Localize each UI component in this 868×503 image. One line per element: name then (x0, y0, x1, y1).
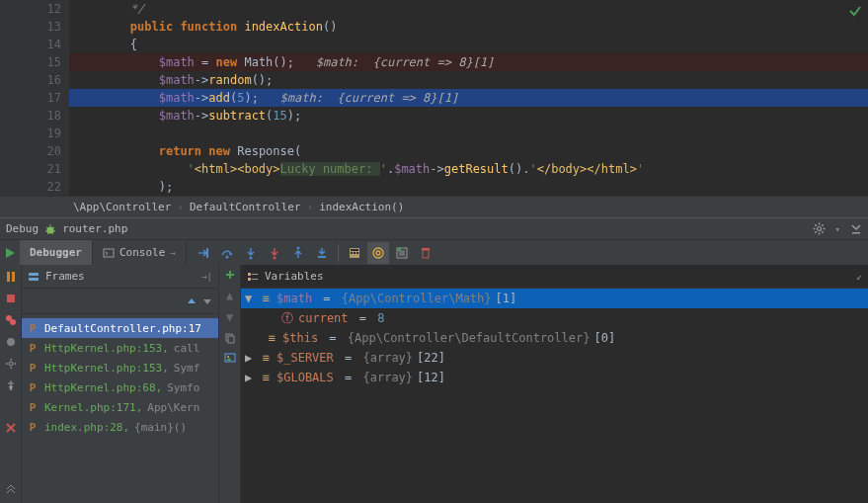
code-area[interactable]: */ public function indexAction() { $math… (69, 0, 868, 196)
frame-row[interactable]: PKernel.php:171, App\Kern (22, 397, 218, 417)
breadcrumb-item[interactable]: DefaultController (190, 201, 301, 213)
left-action-strip (0, 265, 22, 503)
current-execution-line: $math->add(5); $math: {current => 8}[1] (69, 89, 868, 107)
line-number[interactable]: 12 (0, 0, 61, 18)
arrow-down-icon[interactable]: ▼ (226, 310, 233, 324)
line-number[interactable]: 19 (0, 125, 61, 142)
expand-arrow-icon[interactable]: ▼ (245, 292, 255, 305)
settings-icon[interactable] (3, 356, 19, 372)
svg-rect-13 (354, 252, 355, 254)
arrow-up-icon[interactable]: ▲ (226, 289, 233, 302)
object-icon: ≡ (259, 292, 273, 305)
line-number[interactable]: 14 (0, 36, 61, 53)
line-number[interactable]: 15 (0, 53, 61, 71)
line-number[interactable]: 13 (0, 18, 61, 36)
svg-rect-3 (104, 249, 114, 257)
trash-icon[interactable] (415, 242, 436, 264)
svg-point-5 (225, 255, 228, 258)
expand-arrow-icon[interactable]: ▶ (245, 371, 255, 384)
pin-icon[interactable] (3, 377, 19, 393)
gutter: 12 13 14 15 16 17 18 19 20 21 22 (0, 0, 69, 196)
expand-icon[interactable] (3, 481, 19, 497)
breadcrumb-item[interactable]: indexAction() (319, 201, 404, 213)
svg-rect-34 (248, 278, 251, 281)
bug-icon (44, 223, 56, 235)
object-icon: ≡ (259, 371, 273, 384)
console-icon (103, 247, 115, 259)
run-to-cursor-icon[interactable] (311, 242, 333, 264)
variables-panel: Variables ↙ ▼ ≡ $math = {App\Controller\… (241, 265, 868, 503)
line-number[interactable]: 16 (0, 71, 61, 89)
line-number[interactable]: 20 (0, 142, 61, 160)
chevron-right-icon: › (177, 201, 184, 213)
step-over-icon[interactable] (216, 242, 238, 264)
frame-row[interactable]: PHttpKernel.php:153, Symf (22, 358, 218, 377)
variable-row[interactable]: ⓕ current = 8 (241, 308, 868, 328)
list-icon[interactable] (391, 242, 413, 264)
svg-rect-22 (7, 294, 15, 302)
minimize-icon[interactable] (850, 223, 862, 235)
frame-row[interactable]: Pindex.php:28, {main}() (22, 417, 218, 437)
php-file-icon: P (26, 421, 39, 434)
at-icon[interactable] (367, 242, 389, 264)
debug-target: router.php (62, 222, 127, 235)
evaluate-icon[interactable] (344, 242, 365, 264)
line-number[interactable]: 17 (0, 89, 61, 107)
debug-tool-window-header: Debug router.php ▾ (0, 217, 868, 239)
pause-icon[interactable] (3, 269, 19, 285)
close-icon[interactable] (3, 420, 19, 436)
php-file-icon: P (26, 362, 39, 375)
restore-icon[interactable]: ↙ (856, 271, 862, 282)
line-number[interactable]: 22 (0, 178, 61, 196)
svg-point-24 (10, 319, 16, 325)
frame-row[interactable]: PHttpKernel.php:153, call (22, 338, 218, 358)
svg-rect-27 (29, 273, 39, 276)
hide-icon[interactable]: →| (201, 272, 212, 282)
tab-label: Console (119, 246, 165, 259)
svg-rect-20 (7, 272, 10, 282)
expand-arrow-icon[interactable]: ▶ (245, 351, 255, 365)
breadcrumb-item[interactable]: \App\Controller (73, 201, 171, 213)
variable-row[interactable]: ≡ $this = {App\Controller\DefaultControl… (241, 328, 868, 348)
tab-debugger[interactable]: Debugger (20, 240, 93, 265)
svg-rect-28 (29, 278, 39, 281)
line-number[interactable]: 18 (0, 107, 61, 125)
svg-rect-2 (852, 232, 860, 234)
variable-row[interactable]: ▶ ≡ $GLOBALS = {array} [12] (241, 368, 868, 387)
frame-row[interactable]: PDefaultController.php:17 (22, 318, 218, 338)
arrow-down-icon[interactable] (202, 296, 212, 306)
variable-row[interactable]: ▶ ≡ $_SERVER = {array} [22] (241, 348, 868, 368)
svg-rect-9 (318, 256, 326, 258)
debug-title: Debug (6, 222, 39, 235)
view-breakpoints-icon[interactable] (3, 312, 19, 328)
svg-point-6 (249, 256, 252, 259)
gear-icon[interactable] (813, 222, 826, 235)
step-out-icon[interactable] (287, 242, 309, 264)
arrow-up-icon[interactable] (187, 296, 197, 306)
step-into-icon[interactable] (240, 242, 262, 264)
breadcrumb[interactable]: \App\Controller › DefaultController › in… (0, 196, 868, 217)
svg-rect-30 (228, 336, 234, 343)
frame-row[interactable]: PHttpKernel.php:68, Symfo (22, 377, 218, 397)
copy-icon[interactable] (224, 332, 236, 344)
stop-icon[interactable] (3, 291, 19, 306)
frames-icon (28, 271, 39, 283)
debug-toolbar: Debugger Console → (0, 239, 868, 265)
tab-label: Debugger (30, 246, 82, 259)
show-execution-point-icon[interactable] (193, 242, 214, 264)
svg-point-7 (273, 256, 276, 259)
tab-console[interactable]: Console → (93, 240, 187, 265)
line-number[interactable]: 21 (0, 160, 61, 178)
variables-icon (247, 271, 259, 283)
field-icon: ⓕ (280, 310, 294, 327)
php-file-icon: P (26, 381, 39, 394)
picture-icon[interactable] (224, 352, 236, 364)
svg-point-32 (227, 356, 229, 358)
svg-rect-14 (356, 252, 358, 254)
variable-row[interactable]: ▼ ≡ $math = {App\Controller\Math} [1] (241, 289, 868, 308)
mute-breakpoints-icon[interactable] (3, 334, 19, 350)
add-watch-icon[interactable] (224, 269, 236, 281)
resume-button[interactable] (0, 240, 20, 266)
force-step-into-icon[interactable] (264, 242, 285, 264)
svg-point-8 (296, 246, 299, 249)
